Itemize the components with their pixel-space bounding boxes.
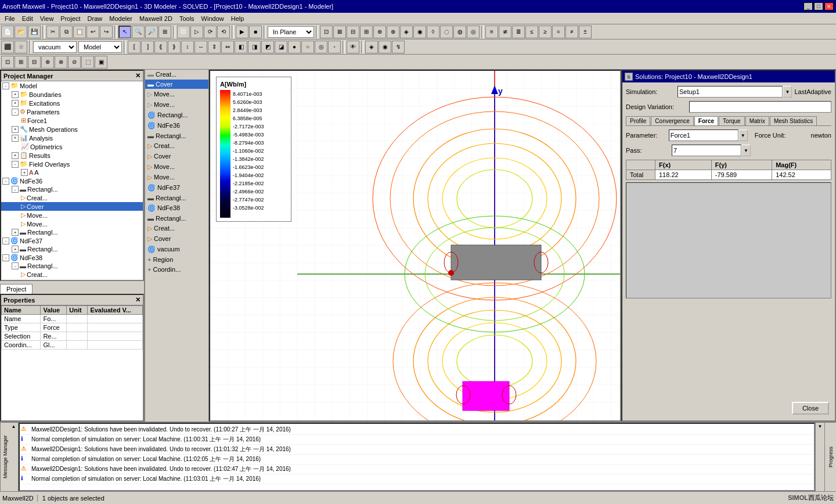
tb-r5[interactable]: ⊕: [373, 26, 386, 38]
sidebar-coord[interactable]: + Coordin...: [145, 265, 208, 274]
sidebar-move2[interactable]: ▷ Move...: [145, 100, 208, 110]
tb-x6[interactable]: ≈: [552, 26, 565, 38]
tb2-1[interactable]: ⬛: [1, 41, 14, 53]
tb-r8[interactable]: ◉: [413, 26, 426, 38]
tree-item-ndfe38[interactable]: - 🌀 NdFe38: [1, 253, 143, 262]
sidebar-cover3[interactable]: ▷ Cover: [145, 234, 208, 244]
tb-x3[interactable]: ≣: [512, 26, 525, 38]
expand-model[interactable]: -: [2, 82, 9, 89]
menu-view[interactable]: View: [37, 14, 57, 23]
tree-item-move36-1[interactable]: ▷ Move...: [1, 211, 143, 219]
tree-item-parameters[interactable]: - ⚙ Parameters: [1, 107, 143, 116]
tab-matrix[interactable]: Matrix: [745, 116, 769, 125]
tree-item-excitations[interactable]: + 📁 Excitations: [1, 99, 143, 107]
sidebar-region[interactable]: + Region: [145, 255, 208, 265]
expand-rect37[interactable]: +: [12, 246, 19, 253]
tb-r10[interactable]: ◌: [440, 26, 453, 38]
tb-new[interactable]: 📄: [1, 26, 14, 38]
viewport[interactable]: A[Wb/m] 8.4071e-003 5.6260e-003 2.8449e-…: [209, 70, 621, 422]
tb-paste[interactable]: 📋: [73, 26, 86, 38]
tree-item-create36-1[interactable]: ▷ Creat...: [1, 193, 143, 202]
tb2-7[interactable]: ↕: [181, 41, 194, 53]
sidebar-rect2[interactable]: ▬ Rectangl...: [145, 131, 208, 141]
sidebar-ndfe38[interactable]: 🌀 NdFe38: [145, 203, 208, 214]
tree-item-rect36-1[interactable]: - ▬ Rectangl...: [1, 185, 143, 193]
tb-b3[interactable]: ⟳: [204, 26, 217, 38]
tb-x5[interactable]: ≥: [539, 26, 552, 38]
tb-r2[interactable]: ⊠: [333, 26, 346, 38]
tree-item-rect38[interactable]: - ▬ Rectangl...: [1, 262, 143, 270]
tb3-1[interactable]: ⊡: [1, 56, 14, 69]
tb2-13[interactable]: ◩: [261, 41, 274, 53]
menu-edit[interactable]: Edit: [19, 14, 37, 23]
expand-ndfe36[interactable]: -: [2, 178, 9, 185]
tb2-p2[interactable]: ◉: [379, 41, 391, 53]
tree-item-boundaries[interactable]: + 📁 Boundaries: [1, 90, 143, 99]
sidebar-move4[interactable]: ▷ Move...: [145, 172, 208, 183]
sidebar-rect3[interactable]: ▬ Rectangl...: [145, 193, 208, 203]
menu-maxwell2d[interactable]: Maxwell 2D: [136, 14, 176, 23]
expand-boundaries[interactable]: +: [12, 91, 19, 98]
solutions-close-btn[interactable]: Close: [792, 402, 829, 415]
minimize-btn[interactable]: _: [803, 2, 813, 10]
tb-b2[interactable]: ▷: [190, 26, 203, 38]
pass-dropdown-btn[interactable]: ▼: [741, 145, 751, 156]
tb2-18[interactable]: ◦: [328, 41, 341, 53]
expand-rect36-2[interactable]: +: [12, 229, 19, 236]
tb3-snap[interactable]: ⊕: [41, 56, 54, 69]
tb2-12[interactable]: ◨: [248, 41, 261, 53]
tb-select[interactable]: ↖: [118, 26, 131, 38]
tree-item-ndfe37[interactable]: - 🌀 NdFe37: [1, 236, 143, 245]
tree-item-results[interactable]: + 📋 Results: [1, 151, 143, 160]
sidebar-create2[interactable]: ▷ Creat...: [145, 141, 208, 152]
tb2-4[interactable]: ⟧: [141, 41, 154, 53]
sidebar-create1[interactable]: ▬ Creat...: [145, 70, 208, 80]
tb-sim[interactable]: ▶: [236, 26, 248, 38]
expand-parameters[interactable]: -: [12, 109, 19, 116]
tb-x4[interactable]: ≤: [525, 26, 538, 38]
tb3-2[interactable]: ⊞: [15, 56, 27, 69]
model-select[interactable]: Model: [78, 41, 122, 53]
tree-item-A[interactable]: + A A: [1, 168, 143, 177]
tree-item-cover38[interactable]: ▷ Cover: [1, 279, 143, 280]
tb2-10[interactable]: ⇔: [221, 41, 234, 53]
tree-item-mesh-ops[interactable]: + 🔧 Mesh Operations: [1, 125, 143, 134]
tb-undo[interactable]: ↩: [87, 26, 99, 38]
menu-tools[interactable]: Tools: [176, 14, 198, 23]
sidebar-rect1[interactable]: 🌀 Rectangl...: [145, 110, 208, 121]
tb2-14[interactable]: ◪: [275, 41, 287, 53]
expand-ndfe38[interactable]: -: [2, 254, 9, 261]
tree-item-rect36-2[interactable]: + ▬ Rectangl...: [1, 228, 143, 236]
expand-ndfe37[interactable]: -: [2, 237, 9, 244]
tb-redo[interactable]: ↪: [100, 26, 113, 38]
tree-item-move36-2[interactable]: ▷ Move...: [1, 219, 143, 228]
tree-item-force1[interactable]: ⊞ Force1: [1, 116, 143, 125]
tree-item-create38[interactable]: ▷ Creat...: [1, 270, 143, 279]
tree-item-analysis[interactable]: + 📊 Analysis: [1, 134, 143, 142]
tb-x1[interactable]: ≡: [485, 26, 498, 38]
tb3-cs[interactable]: ⊘: [68, 56, 81, 69]
menu-file[interactable]: File: [1, 14, 19, 23]
tb-stop[interactable]: ■: [249, 26, 262, 38]
tab-mesh-stats[interactable]: Mesh Statistics: [770, 116, 817, 125]
tree-view[interactable]: - 📁 Model + 📁 Boundaries + 📁 Excitations…: [1, 81, 143, 280]
expand-analysis[interactable]: +: [12, 135, 19, 142]
tree-item-model[interactable]: - 📁 Model: [1, 81, 143, 90]
tb2-16[interactable]: ○: [301, 41, 314, 53]
sidebar-ndfe37[interactable]: 🌀 NdFe37: [145, 183, 208, 193]
sidebar-create3[interactable]: ▷ Creat...: [145, 224, 208, 234]
menu-draw[interactable]: Draw: [84, 14, 106, 23]
sidebar-rect4[interactable]: ▬ Rectangl...: [145, 214, 208, 224]
tab-force[interactable]: Force: [694, 116, 718, 125]
sidebar-cover1[interactable]: ▬ Cover: [145, 80, 208, 89]
tb-b4[interactable]: ⟲: [217, 26, 230, 38]
tb-r7[interactable]: ◈: [400, 26, 413, 38]
tree-item-field-overlays[interactable]: - 📁 Field Overlays: [1, 160, 143, 168]
sidebar-cover2[interactable]: ▷ Cover: [145, 152, 208, 162]
tb-r6[interactable]: ⊗: [387, 26, 399, 38]
tree-item-rect37[interactable]: + ▬ Rectangl...: [1, 245, 143, 253]
tree-item-ndfe36[interactable]: - 🌀 NdFe36: [1, 177, 143, 185]
inplane-select[interactable]: In Plane: [268, 26, 314, 38]
tb2-3[interactable]: ⟦: [128, 41, 140, 53]
tb2-8[interactable]: ↔: [194, 41, 207, 53]
